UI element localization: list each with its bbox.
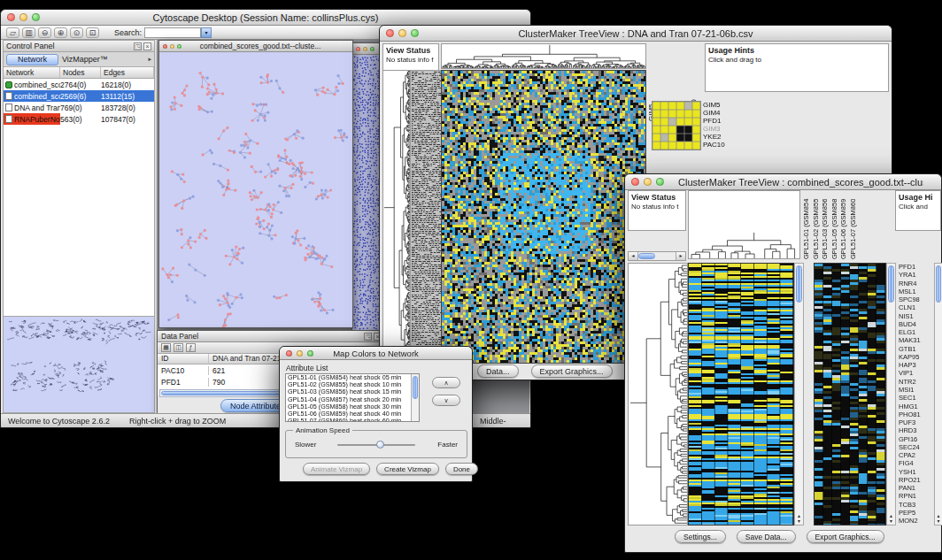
network-graph-canvas[interactable] bbox=[159, 52, 352, 327]
heatmap-vscrollbar[interactable]: ▴▾ bbox=[794, 263, 804, 525]
close-icon[interactable] bbox=[356, 47, 360, 51]
attribute-table-icon[interactable]: ▦ bbox=[161, 343, 171, 352]
zoom-in-icon[interactable]: ⊕ bbox=[54, 27, 67, 38]
tab-network[interactable]: Network bbox=[6, 54, 58, 65]
network-overview-thumbnail[interactable] bbox=[4, 317, 154, 412]
attribute-listbox[interactable]: GPL51-01 (GSM854) heat shock 05 minGPL51… bbox=[285, 373, 420, 422]
selected-columns-heatmap[interactable] bbox=[814, 263, 886, 525]
close-panel-icon[interactable]: × bbox=[143, 42, 151, 50]
search-input[interactable] bbox=[144, 27, 201, 38]
float-panel-icon[interactable]: ◳ bbox=[134, 42, 142, 50]
treeview-button[interactable]: Export Graphics... bbox=[807, 530, 884, 543]
gene-label[interactable]: SEC24 bbox=[899, 443, 933, 451]
gene-label[interactable]: RPN1 bbox=[899, 492, 933, 500]
dialog-button[interactable]: Done bbox=[445, 463, 478, 475]
close-icon[interactable] bbox=[7, 13, 15, 21]
column-header-network[interactable]: Network bbox=[4, 67, 60, 78]
tab-vizmapper[interactable]: VizMapper™ bbox=[62, 55, 108, 64]
move-up-button[interactable]: ∧ bbox=[432, 377, 460, 388]
heatmap-vscrollbar-2[interactable]: ▴▾ bbox=[886, 263, 896, 525]
row-label-strip[interactable] bbox=[410, 70, 443, 364]
DNA and Tran 07[interactable]: DNA and Tran 07 769(0) 183728(0) bbox=[4, 102, 154, 113]
gene-label[interactable]: MON2 bbox=[899, 517, 933, 525]
gene-label[interactable]: KAP95 bbox=[899, 353, 933, 361]
gene-label[interactable]: MSI1 bbox=[899, 386, 933, 394]
zoom-out-icon[interactable]: ⊖ bbox=[38, 27, 51, 38]
gene-label[interactable]: PUF3 bbox=[899, 418, 933, 426]
gene-label[interactable]: SEC1 bbox=[899, 394, 933, 402]
minimize-icon[interactable] bbox=[297, 350, 303, 357]
zoom-window-icon[interactable] bbox=[656, 178, 664, 186]
dialog-button[interactable]: Animate Vizmap bbox=[303, 463, 370, 475]
subwindow-titlebar[interactable]: combined_scores_good.txt--cluste... bbox=[159, 41, 352, 52]
zoom-window-icon[interactable] bbox=[411, 29, 419, 37]
gene-label[interactable]: CPA2 bbox=[899, 451, 933, 459]
column-label[interactable]: GPL51-03 (GSM856 bbox=[821, 190, 830, 259]
treeview-button[interactable]: Save Data... bbox=[737, 530, 796, 543]
treeview-mini-scrollbar[interactable]: ◂ ▸ bbox=[628, 251, 686, 261]
gene-label[interactable]: NIS1 bbox=[899, 312, 933, 320]
gene-label[interactable]: YSH1 bbox=[899, 468, 933, 476]
gene-label[interactable]: YRA1 bbox=[899, 271, 933, 279]
minimize-icon[interactable] bbox=[644, 178, 652, 186]
main-titlebar[interactable]: Cytoscape Desktop (Session Name: collins… bbox=[1, 10, 530, 26]
gene-label[interactable]: GPI16 bbox=[899, 435, 933, 443]
close-icon[interactable] bbox=[163, 44, 167, 49]
search-dropdown-icon[interactable]: ▾ bbox=[201, 27, 212, 38]
listbox-vscrollbar[interactable] bbox=[411, 374, 419, 421]
gene-label[interactable]: HRD3 bbox=[899, 426, 933, 434]
function-builder-icon[interactable]: ƒ bbox=[186, 343, 196, 352]
gene-label[interactable]: RPO21 bbox=[899, 476, 933, 484]
RNAPuberNov2[interactable]: RNAPuberNov2 563(0) 107847(0) bbox=[4, 113, 154, 125]
column-label[interactable]: GPL51-07 (GSM860 bbox=[849, 190, 859, 259]
zoom-selected-icon[interactable]: ⊙ bbox=[70, 27, 83, 38]
column-label[interactable]: GPL51-06 (GSM859 bbox=[839, 190, 849, 259]
scroll-thumb[interactable] bbox=[638, 253, 655, 259]
minimize-icon[interactable] bbox=[398, 29, 406, 37]
treeview-combined-titlebar[interactable]: ClusterMaker TreeView : combined_scores_… bbox=[625, 174, 941, 190]
gene-label[interactable]: MAK31 bbox=[899, 336, 933, 344]
treeview-dna-titlebar[interactable]: ClusterMaker TreeView : DNA and Tran 07-… bbox=[380, 26, 892, 42]
column-dendrogram[interactable] bbox=[689, 232, 799, 258]
expression-heatmap[interactable] bbox=[688, 263, 794, 525]
vscroll-arrows[interactable]: ▴▾ bbox=[935, 513, 942, 524]
combined_sco[interactable]: combined_sco 2569(6) 13112(15) bbox=[4, 90, 154, 102]
tab-overflow-icon[interactable]: ▸ bbox=[148, 56, 151, 63]
gene-label[interactable]: PFD1 bbox=[899, 263, 933, 271]
column-dendrogram[interactable] bbox=[441, 43, 646, 69]
gene-label[interactable]: ELG1 bbox=[899, 328, 933, 336]
gene-label[interactable]: PAN1 bbox=[899, 484, 933, 492]
gene-label[interactable]: TCB3 bbox=[899, 501, 933, 509]
close-icon[interactable] bbox=[631, 178, 639, 186]
gene-label[interactable]: CLN1 bbox=[899, 303, 933, 311]
zoom-window-icon[interactable] bbox=[32, 13, 40, 21]
gene-label[interactable]: SPC98 bbox=[899, 295, 933, 303]
selected-cluster-heatmap[interactable] bbox=[652, 101, 701, 150]
import-network-icon[interactable]: ▥ bbox=[22, 27, 35, 38]
vscroll-thumb[interactable] bbox=[888, 265, 894, 303]
gene-label[interactable]: RNR4 bbox=[899, 280, 933, 288]
minimize-icon[interactable] bbox=[19, 13, 27, 21]
column-header-edges[interactable]: Edges bbox=[101, 67, 154, 78]
scroll-left-icon[interactable]: ◂ bbox=[629, 252, 638, 260]
column-label[interactable]: GPL51-01 (GSM854 bbox=[802, 190, 812, 259]
gene-label[interactable]: BUD4 bbox=[899, 320, 933, 328]
gene-label[interactable]: VIP1 bbox=[899, 369, 933, 377]
dialog-titlebar[interactable]: Map Colors to Network bbox=[280, 347, 472, 360]
gene-label[interactable]: GTB1 bbox=[899, 345, 933, 353]
zoom-fit-icon[interactable]: ⊡ bbox=[86, 27, 99, 38]
vscroll-arrows[interactable]: ▴▾ bbox=[795, 513, 803, 524]
combined_scores[interactable]: combined_scores 2764(0) 16218(0) bbox=[4, 79, 154, 90]
row-dendrogram[interactable] bbox=[628, 263, 688, 525]
gene-label[interactable]: FIG4 bbox=[899, 459, 933, 467]
treeview-button[interactable]: Settings... bbox=[675, 530, 726, 543]
attribute-item[interactable]: GPL51-07 (GSM860) heat shock 60 min bbox=[286, 418, 419, 422]
zoom-window-icon[interactable] bbox=[177, 44, 181, 49]
column-header-nodes[interactable]: Nodes bbox=[60, 67, 101, 78]
row-dendrogram[interactable] bbox=[382, 70, 411, 364]
slider-thumb[interactable] bbox=[376, 441, 384, 449]
column-label[interactable]: GPL51-02 (GSM855 bbox=[812, 190, 822, 259]
cluster-gene-label[interactable]: GIM5 bbox=[703, 101, 725, 109]
zoom-window-icon[interactable] bbox=[307, 350, 313, 357]
column-label[interactable]: GPL51-05 (GSM858 bbox=[830, 190, 840, 259]
